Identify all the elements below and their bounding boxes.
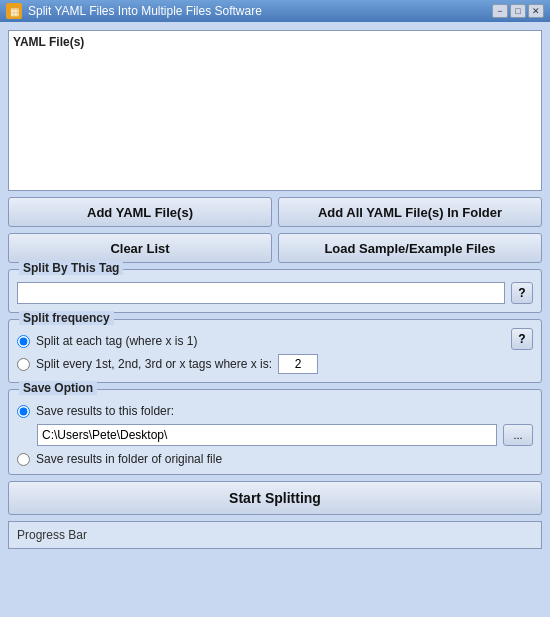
- frequency-radio-group: Split at each tag (where x is 1) Split e…: [17, 334, 318, 374]
- browse-button[interactable]: ...: [503, 424, 533, 446]
- file-list-textarea[interactable]: [13, 53, 537, 183]
- freq-option2-label: Split every 1st, 2nd, 3rd or x tags wher…: [36, 357, 272, 371]
- add-files-button[interactable]: Add YAML File(s): [8, 197, 272, 227]
- progress-bar-panel: Progress Bar: [8, 521, 542, 549]
- freq-help-button[interactable]: ?: [511, 328, 533, 350]
- tag-input[interactable]: [17, 282, 505, 304]
- clear-load-row: Clear List Load Sample/Example Files: [8, 233, 542, 263]
- tag-help-button[interactable]: ?: [511, 282, 533, 304]
- freq-option2-radio[interactable]: [17, 358, 30, 371]
- split-by-tag-label: Split By This Tag: [19, 261, 123, 275]
- title-bar-controls: − □ ✕: [492, 4, 544, 18]
- split-by-tag-group: Split By This Tag ?: [8, 269, 542, 313]
- file-list-panel: YAML File(s): [8, 30, 542, 191]
- save-option-inner: Save results to this folder: ... Save re…: [17, 404, 533, 466]
- save-option1-radio[interactable]: [17, 405, 30, 418]
- maximize-button[interactable]: □: [510, 4, 526, 18]
- save-option2-label: Save results in folder of original file: [36, 452, 222, 466]
- minimize-button[interactable]: −: [492, 4, 508, 18]
- add-folder-button[interactable]: Add All YAML File(s) In Folder: [278, 197, 542, 227]
- save-option2-radio[interactable]: [17, 453, 30, 466]
- split-frequency-group: Split frequency Split at each tag (where…: [8, 319, 542, 383]
- clear-list-button[interactable]: Clear List: [8, 233, 272, 263]
- folder-path-input[interactable]: [37, 424, 497, 446]
- title-bar-text: Split YAML Files Into Multiple Files Sof…: [28, 4, 486, 18]
- freq-option1-row: Split at each tag (where x is 1): [17, 334, 318, 348]
- main-content: YAML File(s) Add YAML File(s) Add All YA…: [0, 22, 550, 557]
- close-button[interactable]: ✕: [528, 4, 544, 18]
- freq-option2-row: Split every 1st, 2nd, 3rd or x tags wher…: [17, 354, 318, 374]
- save-option2-row: Save results in folder of original file: [17, 452, 533, 466]
- save-option-label: Save Option: [19, 381, 97, 395]
- tag-input-row: ?: [17, 282, 533, 304]
- start-splitting-button[interactable]: Start Splitting: [8, 481, 542, 515]
- title-bar: ▦ Split YAML Files Into Multiple Files S…: [0, 0, 550, 22]
- freq-option1-label: Split at each tag (where x is 1): [36, 334, 197, 348]
- split-freq-outer-row: Split at each tag (where x is 1) Split e…: [17, 328, 533, 374]
- save-option-group: Save Option Save results to this folder:…: [8, 389, 542, 475]
- split-frequency-label: Split frequency: [19, 311, 114, 325]
- folder-path-row: ...: [17, 424, 533, 446]
- app-icon: ▦: [6, 3, 22, 19]
- progress-bar-label: Progress Bar: [17, 528, 87, 542]
- save-option1-label: Save results to this folder:: [36, 404, 174, 418]
- add-buttons-row: Add YAML File(s) Add All YAML File(s) In…: [8, 197, 542, 227]
- freq-x-input[interactable]: [278, 354, 318, 374]
- file-list-header: YAML File(s): [13, 35, 537, 49]
- load-sample-button[interactable]: Load Sample/Example Files: [278, 233, 542, 263]
- save-option1-row: Save results to this folder:: [17, 404, 533, 418]
- freq-option1-radio[interactable]: [17, 335, 30, 348]
